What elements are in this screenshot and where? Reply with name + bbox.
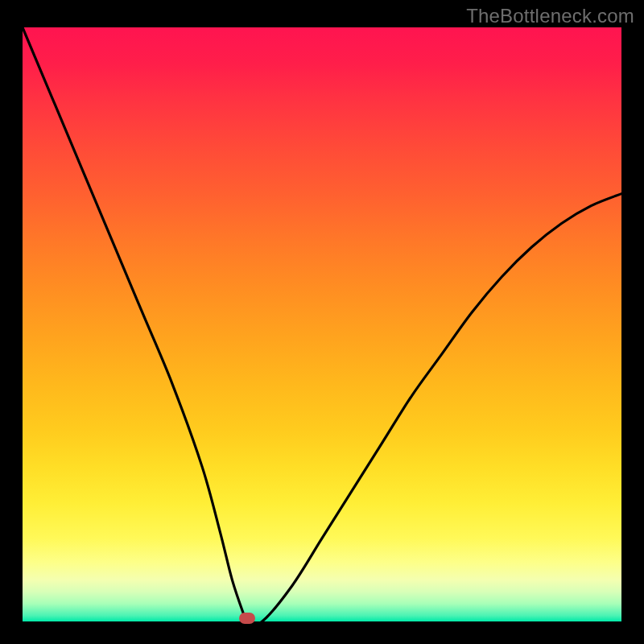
bottleneck-curve [23,27,621,621]
plot-area [23,27,621,621]
optimal-point-marker [239,613,255,624]
watermark-text: TheBottleneck.com [466,5,634,27]
